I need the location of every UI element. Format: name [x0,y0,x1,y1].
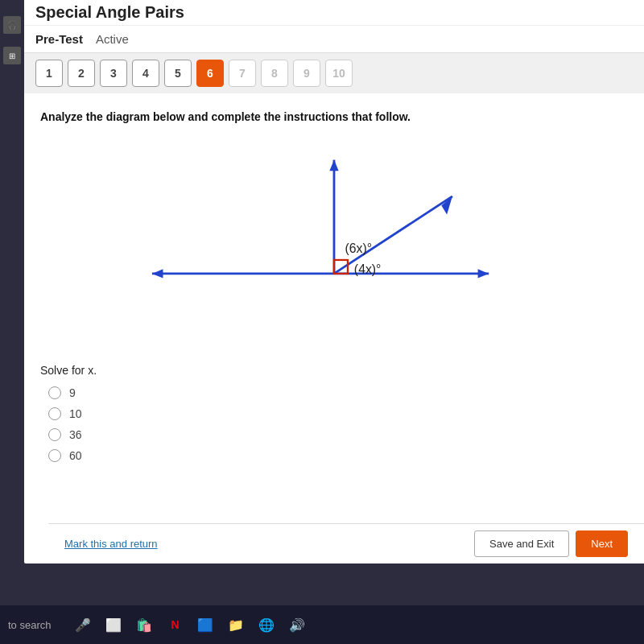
quiz-card: Special Angle Pairs Pre-Test Active 1234… [24,0,644,564]
radio-9[interactable] [48,386,61,399]
taskbar-bag-icon[interactable]: 🛍️ [134,615,154,634]
bottom-bar: Mark this and return Save and Exit Next [48,523,644,564]
taskbar-audio-icon[interactable]: 🔊 [287,615,307,634]
svg-marker-5 [329,159,338,171]
pre-test-label: Pre-Test [35,32,83,46]
taskbar-chrome-icon[interactable]: 🌐 [257,615,276,634]
headphone-icon[interactable]: 🎧 [3,16,21,34]
content-area: Analyze the diagram below and complete t… [24,93,644,470]
svg-line-6 [334,196,452,273]
option-60-label: 60 [69,449,82,462]
bottom-buttons: Save and Exit Next [474,530,628,557]
radio-10[interactable] [48,407,61,420]
question-btn-7[interactable]: 7 [229,60,256,87]
question-btn-8[interactable]: 8 [261,60,288,87]
question-btn-10[interactable]: 10 [325,60,353,87]
page-title-bar: Special Angle Pairs [24,0,644,26]
question-nav: 12345678910 [24,53,644,93]
question-btn-5[interactable]: 5 [164,60,192,87]
option-60[interactable]: 60 [48,449,628,462]
option-10[interactable]: 10 [48,407,628,420]
svg-text:(4x)°: (4x)° [354,262,382,276]
diagram-container: (6x)° (4x)° [40,142,628,351]
question-btn-1[interactable]: 1 [35,60,63,87]
option-10-label: 10 [69,407,82,420]
svg-text:(6x)°: (6x)° [345,242,373,255]
taskbar-browser-icon[interactable]: 🟦 [196,615,215,634]
answer-options: 9 10 36 60 [40,386,628,462]
mark-return-link[interactable]: Mark this and return [64,538,158,550]
question-btn-9[interactable]: 9 [293,60,320,87]
taskbar-icons: 🎤 ⬜ 🛍️ N 🟦 📁 🌐 🔊 [73,615,307,634]
page-title: Special Angle Pairs [35,3,184,21]
question-btn-3[interactable]: 3 [100,60,127,87]
next-button[interactable]: Next [576,530,628,557]
svg-marker-1 [152,269,163,278]
top-bar: Pre-Test Active [24,26,644,53]
search-text: to search [8,619,51,631]
solve-prompt: Solve for x. [40,364,628,377]
left-sidebar: 🎧 ⊞ [0,0,24,564]
taskbar-search: to search [8,619,51,631]
active-label: Active [96,32,129,46]
option-9-label: 9 [69,386,76,399]
grid-icon[interactable]: ⊞ [3,47,21,64]
desktop: 🎧 ⊞ Special Angle Pairs Pre-Test Active … [0,0,644,644]
taskbar-folder-icon[interactable]: 📁 [226,615,246,634]
question-btn-2[interactable]: 2 [68,60,95,87]
option-9[interactable]: 9 [48,386,628,399]
taskbar-netflix-icon[interactable]: N [165,615,184,634]
taskbar-windows-icon[interactable]: ⬜ [104,615,123,634]
question-btn-6[interactable]: 6 [196,60,224,87]
option-36-label: 36 [69,428,82,441]
option-36[interactable]: 36 [48,428,628,441]
radio-36[interactable] [48,428,61,441]
instruction-text: Analyze the diagram below and complete t… [40,109,628,126]
save-exit-button[interactable]: Save and Exit [474,530,569,557]
taskbar: to search 🎤 ⬜ 🛍️ N 🟦 📁 🌐 🔊 [0,605,644,644]
radio-60[interactable] [48,449,61,462]
taskbar-mic-icon[interactable]: 🎤 [73,615,93,634]
question-btn-4[interactable]: 4 [132,60,159,87]
svg-marker-3 [478,269,489,278]
diagram-svg: (6x)° (4x)° [40,142,628,351]
